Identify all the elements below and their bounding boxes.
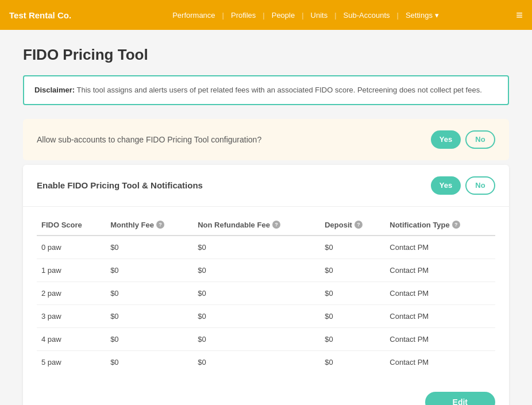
- enable-no-button[interactable]: No: [465, 176, 495, 195]
- cell-monthly-2: $0: [106, 281, 193, 304]
- th-notification-label: Notification Type: [390, 221, 449, 229]
- page-title: FIDO Pricing Tool: [23, 46, 509, 64]
- enable-yes-button[interactable]: Yes: [431, 176, 461, 195]
- table-body: 0 paw $0 $0 $0 Contact PM 1 paw $0 $0 $0…: [37, 236, 495, 373]
- cell-notification-2: Contact PM: [385, 281, 495, 304]
- sub-accounts-yes-button[interactable]: Yes: [431, 130, 461, 149]
- page-content: FIDO Pricing Tool Disclaimer: This tool …: [0, 30, 532, 405]
- cell-non-refundable-4: $0: [193, 327, 320, 350]
- sub-accounts-section: Allow sub-accounts to change FIDO Pricin…: [23, 119, 509, 160]
- th-monthly-fee-label: Monthly Fee: [110, 221, 154, 229]
- navbar-links: Performance | Profiles | People | Units …: [88, 11, 523, 20]
- nav-sep-5: |: [397, 11, 399, 20]
- cell-deposit-1: $0: [320, 259, 385, 281]
- enable-label: Enable FIDO Pricing Tool & Notifications: [37, 180, 203, 190]
- th-deposit-label: Deposit: [325, 221, 352, 229]
- main-card: Enable FIDO Pricing Tool & Notifications…: [23, 165, 509, 406]
- nav-units[interactable]: Units: [304, 11, 335, 20]
- cell-deposit-2: $0: [320, 281, 385, 304]
- cell-notification-3: Contact PM: [385, 304, 495, 327]
- disclaimer-label: Disclaimer:: [34, 86, 75, 94]
- table-row: 5 paw $0 $0 $0 Contact PM: [37, 350, 495, 373]
- cell-notification-1: Contact PM: [385, 259, 495, 281]
- sub-accounts-toggle-group: Yes No: [431, 130, 495, 149]
- table-row: 4 paw $0 $0 $0 Contact PM: [37, 327, 495, 350]
- table-row: 1 paw $0 $0 $0 Contact PM: [37, 259, 495, 281]
- cell-non-refundable-1: $0: [193, 259, 320, 281]
- table-row: 0 paw $0 $0 $0 Contact PM: [37, 236, 495, 259]
- th-monthly-fee: Monthly Fee ?: [106, 216, 193, 236]
- table-row: 3 paw $0 $0 $0 Contact PM: [37, 304, 495, 327]
- navbar-brand: Test Rental Co.: [9, 10, 71, 20]
- nav-settings[interactable]: Settings ▾: [399, 11, 446, 20]
- cell-deposit-5: $0: [320, 350, 385, 373]
- cell-score-1: 1 paw: [37, 259, 106, 281]
- edit-button[interactable]: Edit: [425, 392, 495, 406]
- nav-sep-1: |: [222, 11, 224, 20]
- cell-score-0: 0 paw: [37, 236, 106, 259]
- cell-notification-4: Contact PM: [385, 327, 495, 350]
- notification-hint-icon[interactable]: ?: [452, 221, 460, 229]
- cell-monthly-4: $0: [106, 327, 193, 350]
- cell-monthly-5: $0: [106, 350, 193, 373]
- cell-notification-5: Contact PM: [385, 350, 495, 373]
- pricing-table: FIDO Score Monthly Fee ? Non Refundable …: [37, 216, 495, 373]
- nav-sep-4: |: [334, 11, 336, 20]
- nav-sub-accounts[interactable]: Sub-Accounts: [337, 11, 397, 20]
- sub-accounts-no-button[interactable]: No: [465, 130, 495, 149]
- cell-monthly-1: $0: [106, 259, 193, 281]
- th-non-refundable-fee: Non Refundable Fee ?: [193, 216, 320, 236]
- nav-profiles[interactable]: Profiles: [224, 11, 263, 20]
- edit-row: Edit: [23, 385, 509, 406]
- sub-accounts-label: Allow sub-accounts to change FIDO Pricin…: [37, 135, 261, 144]
- nav-performance[interactable]: Performance: [165, 11, 222, 20]
- cell-notification-0: Contact PM: [385, 236, 495, 259]
- deposit-hint-icon[interactable]: ?: [354, 221, 363, 229]
- nav-sep-2: |: [263, 11, 264, 20]
- nav-sep-3: |: [302, 11, 303, 20]
- th-non-refundable-label: Non Refundable Fee: [198, 221, 270, 229]
- th-fido-score: FIDO Score: [37, 216, 106, 236]
- cell-deposit-3: $0: [320, 304, 385, 327]
- table-row: 2 paw $0 $0 $0 Contact PM: [37, 281, 495, 304]
- th-notification-type: Notification Type ?: [385, 216, 495, 236]
- navbar: Test Rental Co. Performance | Profiles |…: [0, 0, 532, 30]
- chevron-down-icon: ▾: [435, 11, 439, 20]
- cell-deposit-4: $0: [320, 327, 385, 350]
- cell-non-refundable-0: $0: [193, 236, 320, 259]
- cell-non-refundable-3: $0: [193, 304, 320, 327]
- enable-section: Enable FIDO Pricing Tool & Notifications…: [23, 165, 509, 207]
- th-deposit: Deposit ?: [320, 216, 385, 236]
- th-fido-score-label: FIDO Score: [41, 221, 82, 229]
- disclaimer-box: Disclaimer: This tool assigns and alerts…: [23, 75, 509, 105]
- enable-toggle-group: Yes No: [431, 176, 495, 195]
- hamburger-icon[interactable]: ≡: [516, 9, 523, 22]
- nav-people[interactable]: People: [265, 11, 302, 20]
- table-head: FIDO Score Monthly Fee ? Non Refundable …: [37, 216, 495, 236]
- table-section: FIDO Score Monthly Fee ? Non Refundable …: [23, 207, 509, 385]
- cell-score-4: 4 paw: [37, 327, 106, 350]
- cell-score-5: 5 paw: [37, 350, 106, 373]
- cell-score-3: 3 paw: [37, 304, 106, 327]
- cell-deposit-0: $0: [320, 236, 385, 259]
- cell-non-refundable-5: $0: [193, 350, 320, 373]
- non-refundable-hint-icon[interactable]: ?: [272, 221, 280, 229]
- disclaimer-text: This tool assigns and alerts users of pe…: [76, 86, 481, 94]
- cell-non-refundable-2: $0: [193, 281, 320, 304]
- cell-monthly-0: $0: [106, 236, 193, 259]
- cell-score-2: 2 paw: [37, 281, 106, 304]
- table-header-row: FIDO Score Monthly Fee ? Non Refundable …: [37, 216, 495, 236]
- cell-monthly-3: $0: [106, 304, 193, 327]
- monthly-fee-hint-icon[interactable]: ?: [156, 221, 164, 229]
